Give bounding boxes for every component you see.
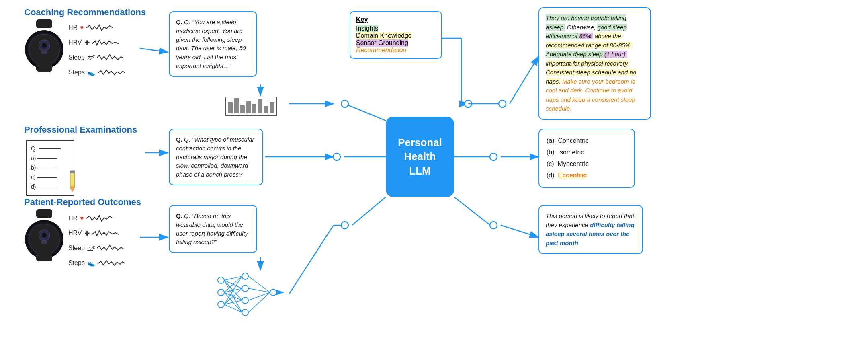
medical-icon-patient: ✚ [84,230,90,237]
question-text-professional: Q. "What type of muscular contraction oc… [176,136,254,178]
svg-rect-47 [41,241,47,244]
svg-point-11 [499,100,506,107]
q-label-patient: Q. [176,212,182,219]
steps-label-patient: Steps [68,259,85,267]
svg-point-56 [270,289,276,296]
svg-rect-48 [36,253,52,261]
hl-1hour: (1 hour), [604,51,627,58]
svg-point-27 [490,222,497,229]
shoe-icon-patient: 👟 [87,259,95,267]
svg-line-22 [289,225,334,294]
question-box-patient: Q. Q. "Based on this wearable data, woul… [169,205,257,253]
mcq-b: (b) Isometric [547,147,627,158]
shoe-icon-coaching: 👟 [87,69,95,76]
question-box-coaching: Q. Q. "You are a sleep medicine expert. … [169,11,257,77]
hl-86: 86%, [579,33,593,39]
zzz-icon-coaching: ZZz [87,54,94,61]
llm-line2: Health [398,150,442,164]
svg-line-28 [501,225,538,237]
neural-network-icon [213,270,285,320]
steps-row-coaching: Steps 👟 [68,68,126,77]
sleep-row-patient: Sleep ZZz [68,244,125,253]
exam-icon: Q. a) b) c) d) [26,140,74,196]
output-box-patient: This person is likely to report that the… [538,205,643,254]
svg-point-49 [218,277,224,283]
svg-line-72 [248,292,270,312]
mcq-d-label: (d) [547,172,555,179]
svg-point-54 [242,297,248,304]
mcq-b-text: Isometric [558,149,584,156]
hr-row-patient: HR ♥ [68,214,115,223]
hr-label-patient: HR [68,215,78,222]
svg-rect-39 [70,171,75,173]
svg-rect-35 [41,51,47,54]
mcq-a: (a) Concentric [547,135,627,147]
svg-point-5 [341,100,348,107]
mcq-c-text: Myocentric [558,160,589,167]
output-otherwise: Otherwise, [567,24,598,31]
coaching-section-label: Coaching Recommendations [24,7,146,18]
svg-point-9 [465,100,472,107]
svg-rect-40 [71,173,74,185]
hrv-row-patient: HRV ✚ [68,229,120,238]
exam-c: c) [31,173,70,182]
svg-point-50 [218,289,224,296]
exam-q: Q. [31,144,70,154]
key-title: Key [356,16,436,23]
hr-row-coaching: HR ♥ [68,23,115,32]
svg-line-70 [248,288,270,292]
hr-label-coaching: HR [68,24,78,31]
medical-icon-coaching: ✚ [84,39,90,47]
svg-point-52 [242,273,248,279]
heart-icon-patient: ♥ [80,215,84,222]
exam-a: a) [31,154,70,163]
llm-line1: Personal [398,136,442,150]
sleep-label-patient: Sleep [68,244,85,252]
svg-line-71 [248,292,270,300]
hrv-label-patient: HRV [68,230,82,237]
hrv-row-coaching: HRV ✚ [68,38,120,47]
sleep-label-coaching: Sleep [68,54,85,61]
key-insights: Insights [356,25,436,32]
svg-line-26 [454,197,490,225]
key-recommendation: Recommendation [356,47,436,54]
svg-line-4 [345,104,386,121]
svg-point-53 [242,285,248,292]
mcq-b-label: (b) [547,149,555,156]
svg-point-15 [333,153,340,160]
question-box-professional: Q. Q. "What type of muscular contraction… [169,129,263,185]
sleep-row-coaching: Sleep ZZz [68,53,125,62]
llm-line3: LLM [398,164,442,178]
mcq-a-text: Concentric [558,137,588,144]
svg-line-12 [510,56,538,104]
svg-line-68 [224,304,242,312]
steps-row-patient: Steps 👟 [68,259,126,267]
svg-point-46 [42,233,47,238]
output-box-coaching: They are having trouble falling asleep. … [538,7,651,120]
svg-point-51 [218,301,224,308]
svg-rect-36 [36,63,52,72]
watch-icon-coaching [22,19,66,72]
mcq-a-label: (a) [547,137,555,144]
watch-icon-patient [22,209,66,261]
q-label-coaching: Q. [176,18,182,25]
svg-point-34 [42,43,47,48]
professional-section-label: Professional Examinations [24,125,137,135]
svg-line-25 [352,197,386,225]
question-text-patient: Q. "Based on this wearable data, would t… [176,212,248,245]
mcq-d-text-correct: Eccentric [558,172,587,179]
bar-chart-icon [225,97,277,116]
svg-rect-29 [36,19,52,28]
diagram-container: Coaching Recommendations HR ♥ HRV ✚ Slee… [0,0,868,341]
svg-line-69 [248,276,270,292]
llm-box: Personal Health LLM [386,117,454,197]
key-domain: Domain Knowledge [356,32,436,39]
mcq-c: (c) Myocentric [547,158,627,170]
output-box-professional: (a) Concentric (b) Isometric (c) Myocent… [538,129,635,188]
svg-point-18 [490,153,497,160]
steps-label-coaching: Steps [68,69,85,76]
question-text-coaching: Q. "You are a sleep medicine expert. You… [176,18,246,69]
q-label-professional: Q. [176,136,182,143]
mcq-c-label: (c) [547,160,554,167]
heart-icon-coaching: ♥ [80,24,84,31]
